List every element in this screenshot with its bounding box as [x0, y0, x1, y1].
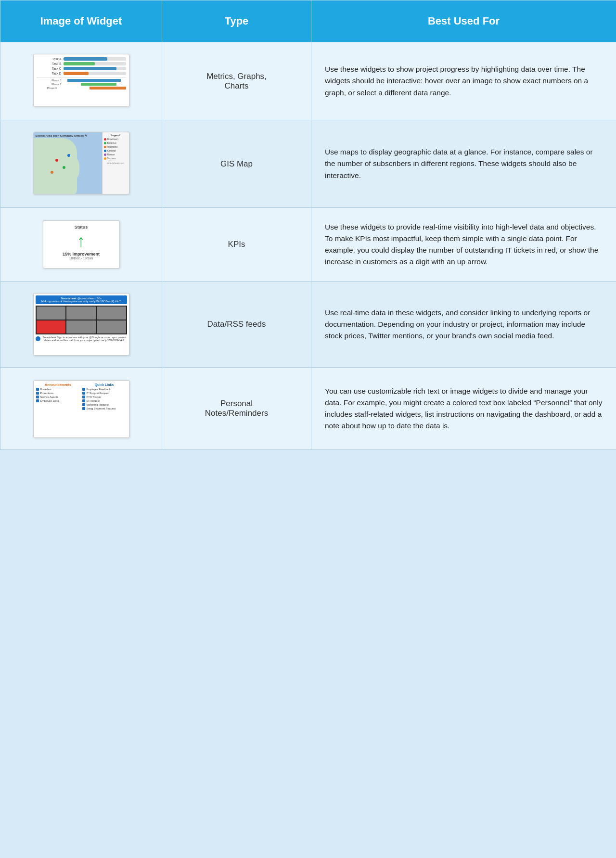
rss-image-grid — [36, 306, 127, 334]
type-label-notes: Personal Notes/Reminders — [205, 399, 268, 418]
widget-map-image: Seattle Area Tech Company Offices ✎ — [33, 132, 129, 194]
table-row: Announcements Breakfast Promotions Servi… — [0, 368, 616, 450]
desc-cell-notes: You can use customizable rich text or im… — [311, 368, 616, 450]
notes-col-announcements: Announcements Breakfast Promotions Servi… — [36, 383, 80, 435]
desc-text-kpi: Use these widgets to provide real-time v… — [325, 223, 598, 266]
image-cell-rss: Smartsheet @smartsheet · 30s Making sens… — [0, 282, 162, 368]
type-cell-map: GIS Map — [162, 120, 311, 208]
desc-text-rss: Use real-time data in these widgets, and… — [325, 308, 590, 340]
notes-col1-title: Announcements — [36, 383, 80, 386]
table-row: Status ↑ 15% improvement 18/Dec - 19/Jan… — [0, 208, 616, 282]
map-title-text: Seattle Area Tech Company Offices ✎ — [36, 134, 87, 137]
widget-metrics-image: Task A Task B Task C Task D Phase 1 Phas… — [33, 54, 129, 107]
image-cell-metrics: Task A Task B Task C Task D Phase 1 Phas… — [0, 42, 162, 120]
desc-cell-map: Use maps to display geographic data at a… — [311, 120, 616, 208]
type-cell-metrics: Metrics, Graphs, Charts — [162, 42, 311, 120]
table-row: Smartsheet @smartsheet · 30s Making sens… — [0, 282, 616, 368]
rss-top-bar: Smartsheet @smartsheet · 30s Making sens… — [36, 295, 127, 304]
type-cell-kpi: KPIs — [162, 208, 311, 282]
type-label-rss: Data/RSS feeds — [207, 320, 266, 329]
desc-cell-rss: Use real-time data in these widgets, and… — [311, 282, 616, 368]
notes-grid: Announcements Breakfast Promotions Servi… — [36, 383, 127, 435]
type-label-kpi: KPIs — [228, 240, 245, 249]
widget-notes-image: Announcements Breakfast Promotions Servi… — [33, 380, 129, 438]
table-row: Seattle Area Tech Company Offices ✎ — [0, 120, 616, 208]
table-wrapper: Image of Widget Type Best Used For Task … — [0, 0, 616, 858]
desc-text-metrics: Use these widgets to show project progre… — [325, 65, 588, 96]
header-type: Type — [162, 0, 311, 42]
desc-cell-kpi: Use these widgets to provide real-time v… — [311, 208, 616, 282]
notes-col-quicklinks: Quick Links Employee Feedback IT Support… — [82, 383, 127, 435]
image-cell-kpi: Status ↑ 15% improvement 18/Dec - 19/Jan — [0, 208, 162, 282]
type-cell-rss: Data/RSS feeds — [162, 282, 311, 368]
rss-bottom-bar: Smartsheet Sign in anywhere with your @G… — [36, 336, 127, 342]
map-sidebar: Legend Downtown Bellevue Redmond Kirklan… — [102, 132, 129, 194]
widget-kpi-image: Status ↑ 15% improvement 18/Dec - 19/Jan — [43, 220, 120, 269]
type-cell-notes: Personal Notes/Reminders — [162, 368, 311, 450]
desc-cell-metrics: Use these widgets to show project progre… — [311, 42, 616, 120]
notes-col2-title: Quick Links — [82, 383, 127, 386]
type-label-metrics: Metrics, Graphs, Charts — [206, 72, 267, 90]
desc-text-map: Use maps to display geographic data at a… — [325, 148, 593, 179]
kpi-value-text: 15% improvement — [47, 252, 116, 256]
kpi-date-text: 18/Dec - 19/Jan — [47, 256, 116, 260]
widget-rss-image: Smartsheet @smartsheet · 30s Making sens… — [33, 293, 129, 356]
desc-text-notes: You can use customizable rich text or im… — [325, 387, 602, 430]
main-table: Image of Widget Type Best Used For Task … — [0, 0, 616, 450]
kpi-arrow-icon: ↑ — [47, 232, 116, 250]
header-desc: Best Used For — [311, 0, 616, 42]
header-image: Image of Widget — [0, 0, 162, 42]
kpi-status-label: Status — [47, 225, 116, 230]
image-cell-map: Seattle Area Tech Company Offices ✎ — [0, 120, 162, 208]
table-row: Task A Task B Task C Task D Phase 1 Phas… — [0, 42, 616, 120]
type-label-map: GIS Map — [220, 159, 253, 168]
image-cell-notes: Announcements Breakfast Promotions Servi… — [0, 368, 162, 450]
